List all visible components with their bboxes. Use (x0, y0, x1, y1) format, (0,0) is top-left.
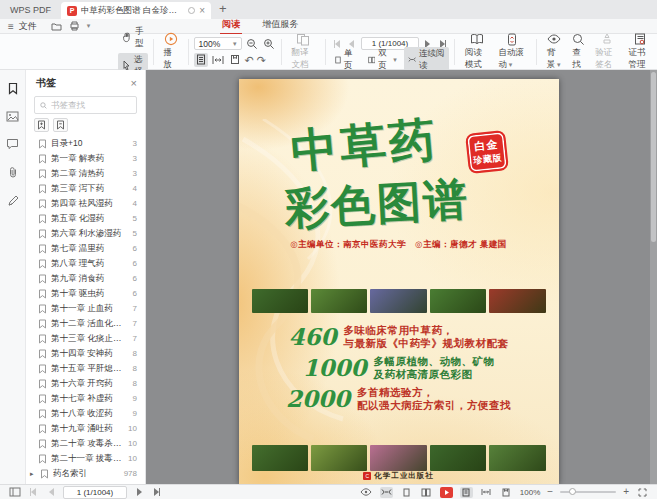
document-viewport[interactable]: 中草药 彩色图谱 白金 珍藏版 ◎主编单位：南京中医药大学 ◎主编：唐德才 巢建… (146, 70, 657, 484)
bookmark-item[interactable]: 第十四章 安神药8 (26, 346, 145, 361)
bookmark-item[interactable]: 第十八章 收涩药9 (26, 406, 145, 421)
bookmark-item[interactable]: 第十三章 化痰止咳平喘药7 (26, 331, 145, 346)
bookmark-title[interactable]: 第十三章 化痰止咳平喘药 (51, 333, 129, 345)
zoom-in-button[interactable]: + (623, 488, 629, 496)
sidebar-close-icon[interactable]: × (131, 77, 137, 89)
read-mode-button[interactable]: 阅读模式 (460, 31, 493, 72)
rotate-right-icon[interactable]: ↷ (257, 55, 266, 65)
bookmark-item[interactable]: 第十九章 涌吐药10 (26, 421, 145, 436)
bookmark-title[interactable]: 第十章 驱虫药 (51, 288, 129, 300)
bookmark-title[interactable]: 第二章 清热药 (51, 168, 129, 180)
bookmark-title[interactable]: 第六章 利水渗湿药 (51, 228, 129, 240)
fit-page-icon[interactable] (460, 487, 473, 498)
bookmark-item[interactable]: 第十一章 止血药7 (26, 301, 145, 316)
bookmark-item[interactable]: 第五章 化湿药5 (26, 211, 145, 226)
bookmark-item[interactable]: 第八章 理气药6 (26, 256, 145, 271)
bookmark-item[interactable]: 第七章 温里药6 (26, 241, 145, 256)
bookmark-item[interactable]: 第六章 利水渗湿药5 (26, 226, 145, 241)
collapse-all-bookmarks-icon[interactable] (53, 118, 68, 132)
bookmarks-panel-icon[interactable] (7, 82, 19, 95)
folder-open-icon[interactable] (51, 22, 62, 31)
page-number-input[interactable] (63, 486, 127, 499)
ribbon-tab-read[interactable]: 阅读 (220, 17, 242, 35)
chevron-down-icon[interactable]: ▾ (87, 22, 91, 30)
bookmark-title[interactable]: 第十二章 活血化瘀药 (51, 318, 129, 330)
bookmark-title[interactable]: 第十九章 涌吐药 (51, 423, 124, 435)
auto-scroll-button[interactable]: 自动滚动 ▾ (493, 31, 530, 72)
vertical-scrollbar[interactable] (650, 70, 657, 484)
fit-visible-icon[interactable] (228, 53, 242, 67)
fit-page-icon[interactable] (194, 53, 208, 67)
bookmark-title[interactable]: 第十六章 开窍药 (51, 378, 129, 390)
bookmark-item[interactable]: 第四章 祛风湿药4 (26, 196, 145, 211)
last-page-icon[interactable] (151, 486, 163, 498)
certificate-manage-button[interactable]: 证书管理 (624, 31, 657, 72)
bookmark-item[interactable]: 第十五章 平肝熄风药8 (26, 361, 145, 376)
bookmark-item[interactable]: 第九章 消食药6 (26, 271, 145, 286)
bookmark-item[interactable]: 第二十一章 拔毒化腐生肌药10 (26, 451, 145, 466)
bookmark-item[interactable]: ▸药名索引978 (26, 466, 145, 481)
bookmark-title[interactable]: 第十八章 收涩药 (51, 408, 129, 420)
play-button[interactable]: 播放 (159, 31, 183, 72)
bookmark-item[interactable]: 第二十章 攻毒杀虫止痒药10 (26, 436, 145, 451)
bookmark-item[interactable]: 第一章 解表药3 (26, 151, 145, 166)
bookmark-title[interactable]: 第二十一章 拔毒化腐生肌药 (51, 453, 124, 465)
zoom-in-icon[interactable] (262, 37, 276, 51)
bookmark-item[interactable]: 第十章 驱虫药6 (26, 286, 145, 301)
bookmark-title[interactable]: 目录+10 (51, 138, 129, 150)
fullscreen-icon[interactable] (636, 487, 649, 498)
first-page-icon[interactable] (27, 486, 39, 498)
bookmark-title[interactable]: 第十五章 平肝熄风药 (51, 363, 129, 375)
bookmark-title[interactable]: 第三章 泻下药 (51, 183, 129, 195)
zoom-slider[interactable] (560, 491, 616, 493)
bookmark-title[interactable]: 第十四章 安神药 (51, 348, 129, 360)
bookmark-title[interactable]: 第四章 祛风湿药 (51, 198, 129, 210)
bookmark-item[interactable]: 第三章 泻下药4 (26, 181, 145, 196)
toggle-sidebar-icon[interactable] (8, 487, 21, 498)
scrollbar-thumb[interactable] (651, 72, 656, 242)
bookmark-title[interactable]: 第二十章 攻毒杀虫止痒药 (51, 438, 124, 450)
next-page-icon[interactable] (133, 486, 145, 498)
print-icon[interactable] (69, 21, 80, 31)
comments-panel-icon[interactable] (6, 138, 19, 150)
verify-signature-button[interactable]: 验证签名 (590, 31, 623, 72)
find-button[interactable]: 查找 (567, 31, 590, 72)
bookmark-item[interactable]: 第十七章 补虚药9 (26, 391, 145, 406)
double-page-icon[interactable] (420, 487, 433, 498)
prev-page-icon[interactable] (45, 486, 57, 498)
background-button[interactable]: 背景 ▾ (542, 31, 568, 72)
translate-document-button[interactable]: 翻译文档 (287, 31, 320, 72)
bookmark-title[interactable]: 第一章 解表药 (51, 153, 129, 165)
pdf-page-cover[interactable]: 中草药 彩色图谱 白金 珍藏版 ◎主编单位：南京中医药大学 ◎主编：唐德才 巢建… (239, 79, 559, 484)
bookmark-item[interactable]: 第二章 清热药3 (26, 166, 145, 181)
fit-width-icon[interactable] (211, 53, 225, 67)
bookmark-title[interactable]: 药名索引 (53, 468, 120, 480)
single-page-icon[interactable] (400, 487, 413, 498)
continuous-read-button[interactable]: 连续阅读 (404, 47, 449, 73)
fit-visible-icon[interactable] (500, 487, 513, 498)
zoom-select[interactable]: 100%▾ (194, 37, 242, 50)
signature-pen-panel-icon[interactable] (7, 195, 19, 207)
document-tab[interactable]: P 中草药彩色图谱 白金珍藏版... × (61, 2, 211, 19)
bookmark-title[interactable]: 第十七章 补虚药 (51, 393, 129, 405)
bookmark-item[interactable]: 目录+103 (26, 136, 145, 151)
expand-arrow-icon[interactable]: ▸ (30, 470, 36, 478)
bookmark-title[interactable]: 第八章 理气药 (51, 258, 129, 270)
bookmark-title[interactable]: 第五章 化湿药 (51, 213, 129, 225)
tab-close-icon[interactable]: × (199, 6, 205, 16)
hand-tool-button[interactable]: 手型 (118, 25, 148, 51)
bookmark-title[interactable]: 第十一章 止血药 (51, 303, 129, 315)
double-page-button[interactable]: 双页 ▾ (364, 47, 401, 73)
bookmark-title[interactable]: 第九章 消食药 (51, 273, 129, 285)
bookmark-item[interactable]: 第十二章 活血化瘀药7 (26, 316, 145, 331)
expand-all-bookmarks-icon[interactable] (34, 118, 49, 132)
play-slideshow-icon[interactable] (440, 487, 453, 498)
single-page-button[interactable]: 单页 (331, 47, 361, 73)
zoom-slider-knob[interactable] (569, 488, 576, 495)
fit-width-icon[interactable] (480, 487, 493, 498)
eye-protection-icon[interactable] (360, 487, 373, 498)
bookmark-title[interactable]: 第七章 温里药 (51, 243, 129, 255)
file-menu[interactable]: 文件 (19, 20, 37, 33)
bookmark-search-input[interactable] (51, 100, 131, 110)
thumbnails-panel-icon[interactable] (6, 111, 19, 122)
